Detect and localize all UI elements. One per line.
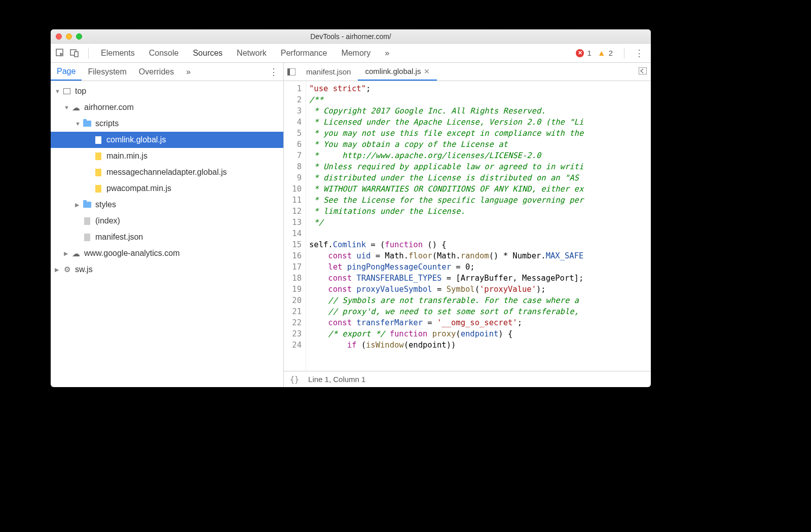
separator	[88, 48, 89, 59]
tree-sw[interactable]: ▶⚙sw.js	[51, 261, 283, 278]
tree-label: messagechanneladapter.global.js	[106, 168, 227, 177]
code-area[interactable]: 123456789101112131415161718192021222324 …	[284, 81, 651, 371]
tree-folder-styles[interactable]: ▶styles	[51, 197, 283, 213]
tab-elements[interactable]: Elements	[94, 44, 142, 62]
titlebar: DevTools - airhorner.com/	[51, 29, 651, 44]
tree-label: styles	[95, 200, 116, 209]
toggle-navigator-icon[interactable]	[284, 68, 299, 75]
editor-tab-label: manifest.json	[306, 67, 351, 76]
tree-file-manifest[interactable]: manifest.json	[51, 229, 283, 245]
folder-icon	[83, 202, 91, 208]
svg-rect-2	[75, 52, 78, 57]
tree-file[interactable]: messagechanneladapter.global.js	[51, 164, 283, 180]
pretty-print-icon[interactable]: {}	[290, 375, 299, 384]
separator	[624, 48, 624, 59]
file-icon	[84, 217, 90, 225]
svg-rect-4	[287, 68, 290, 75]
tab-more[interactable]: »	[378, 44, 396, 62]
svg-rect-5	[639, 67, 647, 74]
tab-performance[interactable]: Performance	[274, 44, 335, 62]
tree-label: airhorner.com	[84, 103, 134, 112]
tree-folder-scripts[interactable]: ▼scripts	[51, 116, 283, 132]
sidebar-tab-more[interactable]: »	[180, 63, 197, 81]
tree-label: www.google-analytics.com	[84, 249, 180, 258]
tree-label: pwacompat.min.js	[106, 184, 171, 193]
tree-file-selected[interactable]: comlink.global.js	[51, 132, 283, 148]
sidebar: Page Filesystem Overrides » ⋮ ▼top ▼☁air…	[51, 63, 284, 387]
toggle-debugger-icon[interactable]	[639, 67, 647, 76]
sidebar-kebab-icon[interactable]: ⋮	[269, 66, 278, 78]
tree-top[interactable]: ▼top	[51, 83, 283, 99]
folder-icon	[83, 121, 91, 127]
sidebar-tab-overrides[interactable]: Overrides	[133, 63, 180, 81]
editor-tab-active[interactable]: comlink.global.js✕	[358, 63, 437, 81]
tree-label: (index)	[95, 216, 120, 225]
tree-domain-ga[interactable]: ▶☁www.google-analytics.com	[51, 245, 283, 261]
frame-icon	[63, 88, 70, 94]
tree-label: top	[75, 87, 86, 96]
tree-label: main.min.js	[106, 151, 148, 161]
warning-count[interactable]: 2	[609, 49, 613, 57]
tree-file[interactable]: main.min.js	[51, 148, 283, 164]
close-tab-icon[interactable]: ✕	[424, 67, 430, 75]
editor-tabs: manifest.json comlink.global.js✕	[284, 63, 651, 81]
tree-label: sw.js	[75, 265, 93, 274]
main-toolbar: Elements Console Sources Network Perform…	[51, 44, 651, 63]
tree-label: comlink.global.js	[106, 135, 166, 144]
body: Page Filesystem Overrides » ⋮ ▼top ▼☁air…	[51, 63, 651, 387]
tree-domain[interactable]: ▼☁airhorner.com	[51, 99, 283, 116]
editor: manifest.json comlink.global.js✕ 1234567…	[284, 63, 651, 387]
file-icon	[84, 234, 90, 241]
error-count[interactable]: 1	[587, 49, 591, 57]
window-title: DevTools - airhorner.com/	[51, 32, 651, 41]
devtools-window: DevTools - airhorner.com/ Elements Conso…	[51, 29, 651, 387]
tree-label: scripts	[95, 119, 119, 128]
tab-console[interactable]: Console	[142, 44, 186, 62]
file-icon	[95, 136, 101, 144]
tree-file[interactable]: pwacompat.min.js	[51, 180, 283, 197]
file-tree: ▼top ▼☁airhorner.com ▼scripts comlink.gl…	[51, 81, 283, 387]
gear-icon: ⚙	[62, 265, 72, 274]
warning-icon[interactable]: ▲	[598, 49, 606, 58]
tab-network[interactable]: Network	[230, 44, 274, 62]
file-icon	[95, 185, 101, 193]
cloud-icon: ☁	[71, 249, 81, 258]
editor-tab-label: comlink.global.js	[365, 67, 421, 75]
tree-label: manifest.json	[95, 233, 143, 242]
sidebar-tabs: Page Filesystem Overrides » ⋮	[51, 63, 283, 81]
tab-memory[interactable]: Memory	[334, 44, 378, 62]
file-icon	[95, 153, 101, 160]
svg-rect-0	[56, 49, 63, 56]
inspect-icon[interactable]	[55, 48, 66, 59]
cloud-icon: ☁	[71, 103, 81, 112]
kebab-menu-icon[interactable]: ⋮	[635, 48, 644, 59]
device-toggle-icon[interactable]	[69, 48, 80, 59]
sidebar-tab-page[interactable]: Page	[51, 63, 82, 81]
line-gutter: 123456789101112131415161718192021222324	[284, 81, 306, 371]
editor-tab-manifest[interactable]: manifest.json	[299, 63, 358, 81]
cursor-position: Line 1, Column 1	[308, 375, 365, 384]
file-icon	[95, 169, 101, 176]
sidebar-tab-filesystem[interactable]: Filesystem	[82, 63, 132, 81]
tab-sources[interactable]: Sources	[186, 44, 230, 62]
tree-file-index[interactable]: (index)	[51, 213, 283, 229]
code-content[interactable]: "use strict";/** * Copyright 2017 Google…	[306, 81, 651, 371]
error-icon[interactable]: ✕	[576, 49, 584, 57]
status-bar: {} Line 1, Column 1	[284, 371, 651, 387]
